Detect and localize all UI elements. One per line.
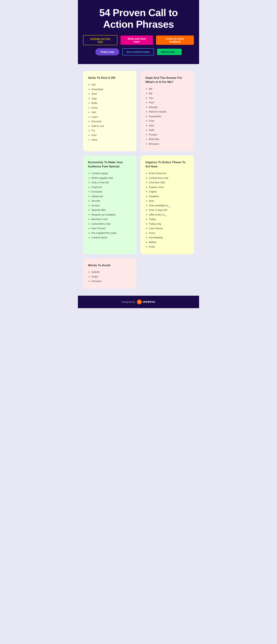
exclusivity-card: Exclusivity To Make Your Audience Feel S… [83, 156, 136, 254]
list-item: Because [149, 142, 189, 146]
list-item: Access [92, 204, 132, 208]
list-item: Results [149, 105, 189, 109]
list-item: While supplies last [92, 176, 132, 180]
list-item: Add to cart [92, 124, 132, 128]
urgency-card-title: Urgency To Entice Theme To Act Now: [146, 160, 189, 168]
list-item: Deadline [149, 194, 189, 198]
footer: Designed by w wedevs [78, 296, 199, 308]
list-item: Join [92, 110, 132, 114]
words-avoid-title: Words To Avoid: [88, 263, 132, 268]
list-item: Limited time only [149, 176, 189, 180]
list-item: Exclusive [92, 190, 132, 194]
hope-card-title: Hope And The Answer For What's In It For… [146, 76, 189, 84]
footer-logo: w wedevs [137, 300, 155, 304]
wedevs-icon: w [137, 300, 142, 304]
list-item: Returns results [149, 110, 189, 114]
list-item: Subscribers only [92, 222, 132, 226]
hope-list: Me My You Your Results Returns results G… [146, 87, 189, 146]
list-item: Only available to__ [149, 204, 189, 208]
list-item: Proven [149, 133, 189, 137]
leave-feedback-button[interactable]: Leave us some feedback [156, 36, 194, 45]
list-item: Advanced [92, 194, 132, 198]
activate-trial-button[interactable]: Activate my free trial [83, 35, 118, 45]
list-item: Grow [92, 106, 132, 110]
words-avoid-list: Submit Order Our/ours [88, 270, 132, 283]
list-item: Today [149, 217, 189, 221]
add-to-cart-button[interactable]: Add to cart → [157, 49, 182, 55]
list-item: Today only [149, 222, 189, 226]
list-item: Our/ours [92, 279, 132, 283]
designed-by-text: Designed by [122, 300, 136, 303]
list-item: One-time offer [149, 180, 189, 184]
list-item: Find [92, 133, 132, 137]
verbs-list: Get Download Start Stop Build Grow Join … [88, 83, 132, 142]
list-item: Try [92, 129, 132, 132]
list-item: Discover [92, 120, 132, 124]
list-item: Download [92, 88, 132, 92]
buttons-row-2: Today only Get involved today Add to car… [83, 48, 194, 56]
list-item: Learn [92, 115, 132, 119]
list-item: Only X days left [149, 208, 189, 212]
shop-save-button[interactable]: Shop and save now! [120, 36, 153, 45]
list-item: Me [149, 87, 189, 91]
list-item: Ends tomorrow [149, 172, 189, 175]
list-item: New [149, 124, 189, 128]
list-item: Guarantee [149, 114, 189, 118]
list-item: Urgent [149, 190, 189, 194]
list-item: My [149, 92, 189, 96]
list-item: Limited Spots [92, 236, 132, 240]
list-item: Risk-free [149, 137, 189, 141]
list-item: Secrets [92, 199, 132, 203]
list-item: Free [149, 119, 189, 123]
hope-card: Hope And The Answer For What's In It For… [140, 71, 194, 151]
exclusivity-card-title: Exclusivity To Make Your Audience Feel S… [88, 160, 132, 168]
today-only-button[interactable]: Today only [96, 48, 119, 56]
buttons-row-1: Activate my free trial Shop and save now… [83, 35, 194, 45]
list-item: Ends [149, 245, 189, 249]
urgency-list: Ends tomorrow Limited time only One-time… [146, 172, 189, 249]
list-item: Only a Few left [92, 180, 132, 184]
list-item: Save [92, 138, 132, 142]
list-item: Stop [92, 96, 132, 100]
list-item: Submit [92, 270, 132, 274]
list-item: Now [149, 199, 189, 203]
get-involved-button[interactable]: Get involved today [122, 48, 154, 56]
bottom-row: Words To Avoid: Submit Order Our/ours [83, 258, 194, 289]
list-item: Now Closed [92, 226, 132, 230]
verbs-card: Verbs To Kick it Off: Get Download Start… [83, 71, 136, 151]
list-item: Featured [92, 185, 132, 189]
verbs-card-title: Verbs To Kick it Off: [88, 76, 132, 80]
list-item: Special offer [92, 208, 132, 212]
words-avoid-card: Words To Avoid: Submit Order Our/ours [83, 258, 136, 289]
list-item: Safe [149, 128, 189, 132]
list-item: Expires soon [149, 185, 189, 189]
list-item: Order [92, 275, 132, 279]
main-title: 54 Proven Call to Action Phrases [83, 7, 194, 30]
wedevs-brand-name: wedevs [143, 300, 155, 304]
list-item: Limited supply [92, 172, 132, 175]
list-item: Start [92, 92, 132, 96]
list-item: Request an invitation [92, 213, 132, 217]
exclusivity-list: Limited supply While supplies last Only … [88, 172, 132, 240]
list-item: Pre-register/Pre-order [92, 231, 132, 235]
list-item: Immediately [149, 236, 189, 240]
list-item: Build [92, 101, 132, 105]
list-item: Members only [92, 217, 132, 221]
list-item: You [149, 96, 189, 100]
list-item: Before [149, 240, 189, 244]
list-item: Your [149, 100, 189, 104]
main-content: Verbs To Kick it Off: Get Download Start… [78, 64, 199, 296]
urgency-card: Urgency To Entice Theme To Act Now: Ends… [140, 156, 194, 254]
list-item: Get [92, 83, 132, 87]
list-item: Hurry [149, 231, 189, 235]
list-item: Offer Ends on__ [149, 213, 189, 217]
list-item: Last chance [149, 226, 189, 230]
header: 54 Proven Call to Action Phrases Activat… [78, 0, 199, 64]
cards-grid: Verbs To Kick it Off: Get Download Start… [83, 71, 194, 254]
